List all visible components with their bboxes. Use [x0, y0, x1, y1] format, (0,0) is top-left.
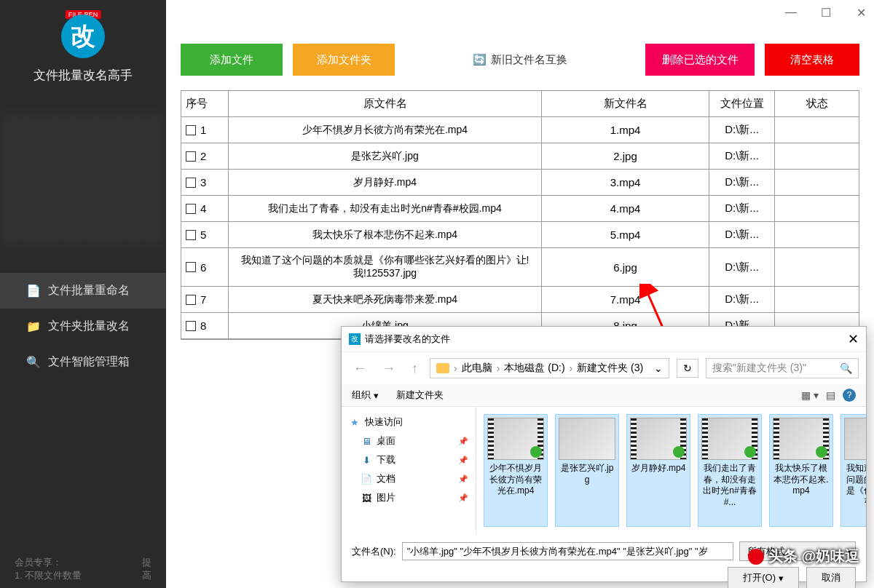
col-new: 新文件名 [542, 91, 709, 116]
col-loc: 文件位置 [709, 91, 775, 116]
downloads-item[interactable]: ⬇下载📌 [347, 450, 470, 469]
nav-folder-rename[interactable]: 📁 文件夹批量改名 [0, 309, 166, 344]
chevron-down-icon[interactable]: ⌄ [654, 362, 663, 374]
open-button[interactable]: 打开(O)▾ [728, 567, 799, 588]
file-item[interactable]: 少年不惧岁月长彼方尚有荣光在.mp4 [484, 414, 548, 527]
checkbox[interactable] [186, 204, 196, 214]
add-folder-button[interactable]: 添加文件夹 [293, 44, 395, 76]
checkbox[interactable] [186, 295, 196, 305]
add-file-button[interactable]: 添加文件 [181, 44, 283, 76]
chevron-down-icon: ▾ [779, 573, 784, 584]
organize-menu[interactable]: 组织 [352, 389, 371, 402]
file-item[interactable]: 我知道了这个问题的本质就是《你有哪些张... [840, 414, 866, 527]
table-row[interactable]: 1 少年不惧岁月长彼方尚有荣光在.mp4 1.mp4 D:\新... [181, 117, 859, 143]
new-folder-button[interactable]: 新建文件夹 [396, 389, 444, 402]
desktop-icon: 🖥 [361, 435, 372, 447]
maximize-icon[interactable]: ☐ [819, 6, 833, 20]
pin-icon: 📌 [458, 493, 468, 503]
forward-icon[interactable]: → [378, 361, 400, 376]
nav-batch-rename[interactable]: 📄 文件批量重命名 [0, 273, 166, 309]
pin-icon: 📌 [458, 474, 468, 484]
dialog-nav: ← → ↑ › 此电脑› 本地磁盘 (D:)› 新建文件夹 (3) ⌄ ↻ 搜索… [342, 352, 866, 384]
pictures-item[interactable]: 🖼图片📌 [347, 488, 470, 507]
table-row[interactable]: 2 是张艺兴吖.jpg 2.jpg D:\新... [181, 143, 859, 170]
breadcrumb[interactable]: › 此电脑› 本地磁盘 (D:)› 新建文件夹 (3) ⌄ [430, 358, 669, 378]
play-icon [744, 446, 756, 458]
swap-icon: 🔄 [473, 53, 487, 66]
main-area: — ☐ ✕ 添加文件 添加文件夹 🔄 新旧文件名互换 删除已选的文件 清空表格 … [166, 0, 874, 588]
preview-pane-icon[interactable]: ▤ [826, 389, 835, 401]
checkbox[interactable] [186, 262, 196, 272]
table-header: 序号 原文件名 新文件名 文件位置 状态 [181, 91, 859, 117]
file-item[interactable]: 我们走出了青春，却没有走出时光n#青春#... [698, 414, 762, 527]
folder-icon [436, 363, 449, 373]
swap-names-button[interactable]: 🔄 新旧文件名互换 [458, 44, 582, 76]
checkbox[interactable] [186, 151, 196, 162]
watermark: 头条 @奶味逗 [748, 547, 859, 566]
col-status: 状态 [775, 91, 859, 116]
refresh-icon[interactable]: ↻ [677, 359, 698, 378]
close-icon[interactable]: ✕ [854, 6, 868, 20]
back-icon[interactable]: ← [349, 361, 371, 376]
filename-input[interactable] [402, 542, 733, 560]
window-controls: — ☐ ✕ [784, 6, 868, 20]
checkbox[interactable] [186, 125, 196, 135]
dialog-title-text: 请选择要改名的文件 [365, 333, 450, 346]
nav-label: 文件批量重命名 [48, 283, 130, 298]
table-row[interactable]: 3 岁月静好.mp4 3.mp4 D:\新... [181, 170, 859, 196]
col-seq: 序号 [181, 91, 229, 116]
logo-area: FILE REN 改 文件批量改名高手 [0, 0, 166, 91]
file-item[interactable]: 是张艺兴吖.jpg [555, 414, 619, 527]
app-logo-icon: 改 [61, 15, 105, 58]
star-icon: ★ [349, 416, 361, 428]
dialog-close-icon[interactable]: ✕ [848, 331, 859, 347]
table-row[interactable]: 7 夏天快来吧杀死病毒带来爱.mp4 7.mp4 D:\新... [181, 287, 859, 313]
pin-icon: 📌 [458, 437, 468, 446]
checkbox[interactable] [186, 321, 196, 331]
filename-label: 文件名(N): [352, 545, 396, 558]
download-icon: ⬇ [361, 454, 372, 466]
toolbar: 添加文件 添加文件夹 🔄 新旧文件名互换 删除已选的文件 清空表格 [166, 0, 874, 90]
blurred-user-area [0, 113, 166, 244]
up-icon[interactable]: ↑ [407, 361, 422, 376]
table-row[interactable]: 5 我太快乐了根本悲伤不起来.mp4 5.mp4 D:\新... [181, 222, 859, 248]
app-title: 文件批量改名高手 [0, 67, 166, 84]
table-row[interactable]: 4 我们走出了青春，却没有走出时光n#青春#校园.mp4 4.mp4 D:\新.… [181, 196, 859, 222]
picture-icon: 🖼 [361, 492, 372, 504]
delete-selected-button[interactable]: 删除已选的文件 [645, 44, 755, 76]
nav-label: 文件智能管理箱 [48, 354, 130, 370]
checkbox[interactable] [186, 178, 196, 188]
documents-item[interactable]: 📄文档📌 [347, 469, 470, 488]
nav-list: 📄 文件批量重命名 📁 文件夹批量改名 🔍 文件智能管理箱 [0, 273, 166, 380]
help-icon[interactable]: ? [843, 389, 856, 402]
files-grid: 少年不惧岁月长彼方尚有荣光在.mp4是张艺兴吖.jpg岁月静好.mp4我们走出了… [476, 407, 866, 534]
nav-smart-manager[interactable]: 🔍 文件智能管理箱 [0, 344, 166, 380]
file-table: 序号 原文件名 新文件名 文件位置 状态 1 少年不惧岁月长彼方尚有荣光在.mp… [181, 90, 859, 340]
view-mode-icon[interactable]: ▦ ▾ [801, 389, 819, 401]
dialog-toolbar: 组织 ▾ 新建文件夹 ▦ ▾ ▤ ? [342, 384, 866, 407]
search-input[interactable]: 搜索"新建文件夹 (3)" 🔍 [706, 358, 859, 378]
search-icon: 🔍 [840, 362, 852, 374]
play-icon [530, 446, 542, 458]
play-icon [673, 446, 685, 458]
clear-table-button[interactable]: 清空表格 [765, 44, 859, 76]
checkbox[interactable] [186, 230, 196, 240]
dialog-app-icon: 改 [349, 333, 361, 345]
minimize-icon[interactable]: — [784, 6, 798, 20]
cancel-button[interactable]: 取消 [806, 567, 856, 588]
quick-access[interactable]: ★快速访问 [347, 413, 470, 432]
document-icon: 📄 [361, 473, 372, 485]
sidebar: FILE REN 改 文件批量改名高手 📄 文件批量重命名 📁 文件夹批量改名 … [0, 0, 166, 588]
desktop-item[interactable]: 🖥桌面📌 [347, 432, 470, 450]
sidebar-bottom-text: 会员专享： 1. 不限文件数量 提 高 [15, 556, 151, 582]
file-item[interactable]: 我太快乐了根本悲伤不起来.mp4 [769, 414, 833, 527]
dialog-titlebar: 改 请选择要改名的文件 ✕ [342, 327, 866, 352]
dialog-sidebar: ★快速访问 🖥桌面📌 ⬇下载📌 📄文档📌 🖼图片📌 [342, 407, 476, 534]
play-icon [816, 446, 827, 458]
table-row[interactable]: 6 我知道了这个问题的本质就是《你有哪些张艺兴好看的图片》让!我!125537.… [181, 248, 859, 287]
folder-icon: 📁 [26, 319, 41, 334]
pin-icon: 📌 [458, 456, 468, 465]
document-icon: 📄 [26, 284, 41, 298]
file-item[interactable]: 岁月静好.mp4 [626, 414, 690, 527]
watermark-icon [748, 549, 764, 565]
